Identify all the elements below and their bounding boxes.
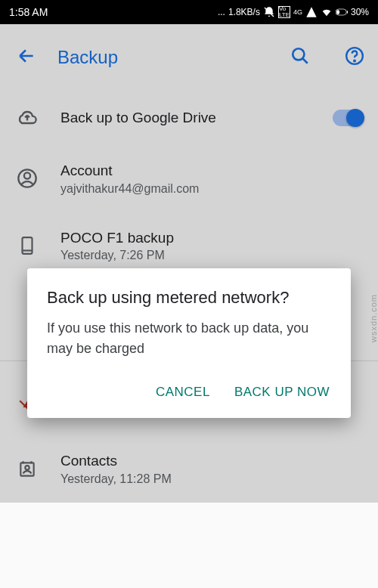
setting-value: Yesterday, 7:26 PM: [60, 249, 363, 262]
setting-value: yajvithakur44@gmail.com: [60, 182, 363, 196]
dialog-title: Back up using metered network?: [47, 288, 331, 308]
svg-point-5: [354, 60, 355, 62]
setting-contacts[interactable]: Contacts Yesterday, 11:28 PM: [0, 435, 378, 503]
backup-now-button[interactable]: BACK UP NOW: [233, 377, 331, 407]
status-signal-label: 4G: [293, 8, 302, 16]
contacts-icon: [17, 459, 38, 480]
volte-icon: VoLTE: [278, 6, 290, 18]
setting-value: Yesterday, 11:28 PM: [60, 472, 363, 486]
cancel-button[interactable]: CANCEL: [154, 377, 212, 407]
svg-point-10: [25, 466, 29, 469]
search-icon[interactable]: [290, 46, 310, 69]
battery-icon: [336, 6, 348, 18]
dialog-body: If you use this network to back up data,…: [47, 318, 331, 359]
page-title: Backup: [57, 47, 269, 68]
dnd-icon: [263, 6, 275, 18]
setting-title: Account: [60, 162, 363, 181]
watermark: wsxdn.com: [369, 294, 378, 342]
help-icon[interactable]: [345, 46, 364, 69]
status-battery-pct: 30%: [351, 7, 369, 17]
svg-rect-1: [336, 10, 339, 14]
account-icon: [17, 168, 38, 189]
signal-icon: [305, 6, 318, 18]
svg-rect-2: [347, 11, 348, 13]
wifi-icon: [321, 6, 333, 18]
metered-network-dialog: Back up using metered network? If you us…: [27, 268, 351, 418]
status-dots: ...: [218, 7, 225, 17]
svg-point-7: [24, 173, 30, 179]
setting-account[interactable]: Account yajvithakur44@gmail.com: [0, 145, 378, 212]
app-bar: Backup: [0, 24, 378, 91]
setting-title: Contacts: [60, 452, 363, 471]
setting-title: POCO F1 backup: [60, 229, 363, 248]
status-bar: 1:58 AM ... 1.8KB/s VoLTE 4G 30%: [0, 0, 378, 24]
svg-rect-8: [23, 237, 33, 254]
setting-title: Back up to Google Drive: [60, 109, 310, 128]
svg-point-3: [293, 48, 304, 60]
cloud-upload-icon: [17, 107, 38, 128]
backup-toggle[interactable]: [333, 110, 363, 126]
setting-backup-to-drive[interactable]: Back up to Google Drive: [0, 91, 378, 145]
phone-icon: [17, 235, 38, 256]
status-time: 1:58 AM: [9, 6, 218, 18]
back-icon[interactable]: [17, 46, 36, 69]
status-net-speed: 1.8KB/s: [228, 7, 260, 17]
